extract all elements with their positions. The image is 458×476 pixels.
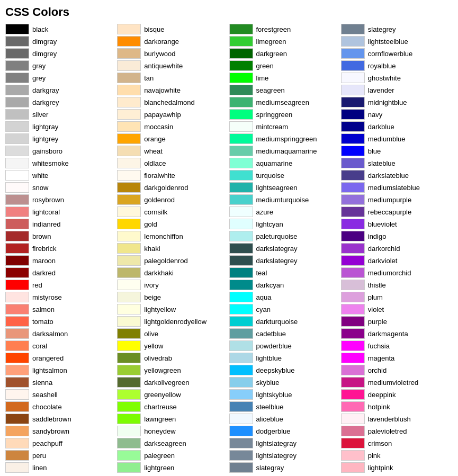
- list-item: floralwhite: [117, 169, 229, 181]
- color-swatch: [229, 316, 253, 327]
- color-swatch: [341, 73, 365, 83]
- color-name: slategray: [256, 464, 284, 472]
- list-item: lightblue: [229, 352, 341, 364]
- colors-grid: blackdimgraydimgreygraygreydarkgraydarkg…: [5, 23, 453, 474]
- color-swatch: [341, 450, 365, 461]
- color-swatch: [341, 292, 365, 302]
- color-name: lightpink: [368, 464, 393, 472]
- color-swatch: [117, 377, 141, 388]
- color-name: slateblue: [368, 159, 396, 167]
- color-name: tomato: [32, 318, 53, 326]
- color-swatch: [341, 109, 365, 120]
- color-name: darkorange: [144, 38, 179, 46]
- color-swatch: [341, 158, 365, 168]
- color-name: rosybrown: [32, 196, 64, 204]
- color-swatch: [341, 182, 365, 193]
- color-swatch: [117, 462, 141, 473]
- list-item: magenta: [341, 352, 453, 364]
- color-name: grey: [32, 74, 46, 82]
- color-name: darkseagreen: [144, 439, 186, 447]
- color-swatch: [117, 194, 141, 205]
- list-item: rosybrown: [5, 194, 117, 205]
- color-swatch: [5, 182, 29, 193]
- list-item: greenyellow: [117, 389, 229, 400]
- color-name: dodgerblue: [256, 427, 291, 435]
- color-swatch: [117, 36, 141, 47]
- color-swatch: [5, 243, 29, 254]
- list-item: coral: [5, 340, 117, 352]
- color-name: darkcyan: [256, 281, 284, 289]
- color-name: floralwhite: [144, 172, 175, 179]
- list-item: gainsboro: [5, 145, 117, 157]
- color-name: yellow: [144, 342, 163, 350]
- color-swatch: [5, 170, 29, 181]
- color-name: lemonchiffon: [144, 232, 183, 240]
- list-item: aliceblue: [229, 413, 341, 425]
- list-item: goldenrod: [117, 194, 229, 205]
- list-item: white: [5, 169, 117, 181]
- color-swatch: [5, 109, 29, 120]
- color-swatch: [229, 121, 253, 132]
- color-swatch: [117, 316, 141, 327]
- color-name: blueviolet: [368, 220, 397, 228]
- color-name: darkorchid: [368, 245, 400, 253]
- list-item: rebeccapurple: [341, 206, 453, 218]
- list-item: royalblue: [341, 60, 453, 71]
- color-name: lavenderblush: [368, 415, 411, 423]
- color-swatch: [341, 353, 365, 363]
- color-name: burlywood: [144, 50, 175, 58]
- list-item: darkolivegreen: [117, 376, 229, 388]
- color-swatch: [229, 36, 253, 47]
- list-item: dimgrey: [5, 48, 117, 59]
- color-name: sandybrown: [32, 427, 69, 435]
- color-swatch: [341, 133, 365, 144]
- list-item: mediumvioletred: [341, 376, 453, 388]
- list-item: cornflowerblue: [341, 48, 453, 59]
- color-swatch: [229, 60, 253, 71]
- color-name: orchid: [368, 366, 387, 374]
- color-name: lightskyblue: [256, 391, 292, 399]
- color-swatch: [117, 133, 141, 144]
- color-name: blanchedalmond: [144, 98, 194, 106]
- color-swatch: [5, 85, 29, 95]
- list-item: yellowgreen: [117, 364, 229, 376]
- color-swatch: [117, 60, 141, 71]
- color-swatch: [5, 377, 29, 388]
- list-item: dodgerblue: [229, 425, 341, 437]
- color-swatch: [117, 328, 141, 339]
- list-item: green: [229, 60, 341, 71]
- list-item: lightgray: [5, 121, 117, 132]
- color-column-2: forestgreenlimegreendarkgreengreenlimese…: [229, 23, 341, 474]
- color-swatch: [229, 328, 253, 339]
- color-swatch: [5, 426, 29, 436]
- color-swatch: [341, 60, 365, 71]
- list-item: papayawhip: [117, 109, 229, 120]
- list-item: tomato: [5, 316, 117, 327]
- list-item: blue: [341, 145, 453, 157]
- list-item: seashell: [5, 389, 117, 400]
- list-item: whitesmoke: [5, 157, 117, 169]
- list-item: darkturquoise: [229, 316, 341, 327]
- list-item: mistyrose: [5, 291, 117, 303]
- color-name: limegreen: [256, 38, 286, 46]
- color-name: bisque: [144, 25, 164, 33]
- color-name: mediumblue: [368, 135, 406, 143]
- list-item: darkgoldenrod: [117, 182, 229, 193]
- color-name: royalblue: [368, 62, 396, 70]
- color-swatch: [117, 121, 141, 132]
- color-swatch: [5, 353, 29, 363]
- list-item: blanchedalmond: [117, 96, 229, 108]
- color-name: aquamarine: [256, 159, 293, 167]
- color-name: maroon: [32, 257, 56, 265]
- list-item: thistle: [341, 279, 453, 291]
- color-name: aliceblue: [256, 415, 283, 423]
- color-name: lightyellow: [144, 306, 176, 313]
- list-item: darkorchid: [341, 243, 453, 254]
- color-swatch: [341, 414, 365, 424]
- list-item: olive: [117, 328, 229, 339]
- color-name: brown: [32, 232, 51, 240]
- color-name: turquoise: [256, 172, 284, 179]
- color-swatch: [341, 24, 365, 34]
- color-name: lightslategray: [256, 439, 297, 447]
- color-swatch: [341, 231, 365, 241]
